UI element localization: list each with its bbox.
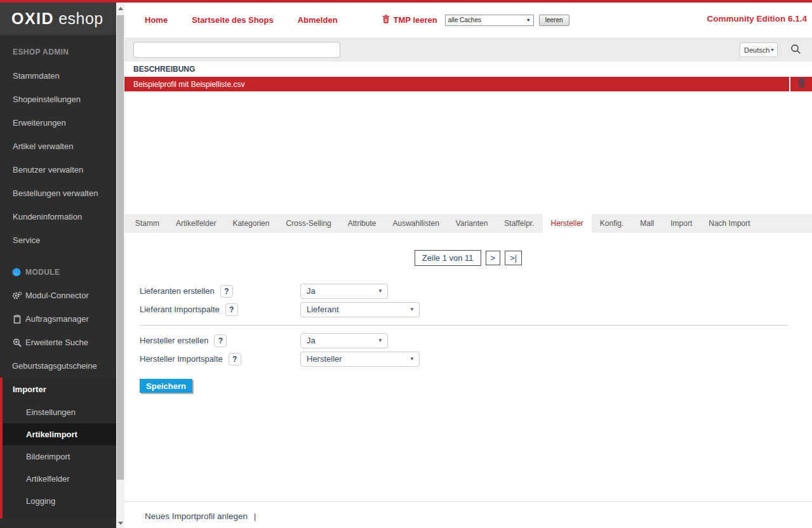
- vertical-scrollbar[interactable]: [116, 3, 124, 528]
- save-button[interactable]: Speichern: [140, 379, 192, 393]
- chevron-down-icon: ▼: [409, 307, 415, 312]
- tab-import[interactable]: Import: [662, 214, 700, 233]
- help-icon[interactable]: ?: [229, 353, 241, 366]
- chevron-down-icon: ▼: [526, 18, 531, 22]
- tab-cross-selling[interactable]: Cross-Selling: [277, 214, 339, 233]
- field-label: Lieferant Importspalte: [140, 305, 220, 314]
- next-page-button[interactable]: >: [486, 251, 501, 265]
- search-icon[interactable]: [790, 44, 801, 57]
- cache-select-value: alle Caches: [448, 16, 481, 23]
- sidebar-item-artikel-verwalten[interactable]: Artikel verwalten: [0, 135, 116, 158]
- lieferanten-erstellen-select[interactable]: Ja ▼: [300, 284, 388, 299]
- sidebar-item-erweiterungen[interactable]: Erweiterungen: [0, 111, 116, 135]
- sidebar-subitem-logging[interactable]: Logging: [3, 490, 116, 512]
- tab-mall[interactable]: Mall: [632, 214, 662, 233]
- form-divider: [140, 325, 788, 326]
- clipboard-icon: [12, 315, 22, 324]
- sidebar-nav: Stammdaten Shopeinstellungen Erweiterung…: [0, 64, 116, 252]
- new-import-profile-link[interactable]: Neues Importprofil anlegen: [145, 512, 248, 521]
- search-plus-icon: [12, 338, 22, 347]
- pagination: Zeile 1 von 11 > >|: [124, 233, 812, 266]
- logout-link[interactable]: Abmelden: [298, 15, 338, 25]
- language-select[interactable]: Deutsch ▼: [740, 43, 778, 57]
- hersteller-form: Lieferanten erstellen ? Ja ▼ Lieferant I…: [124, 282, 812, 393]
- sidebar-item-service[interactable]: Service: [0, 228, 116, 252]
- module-item-label: Erweiterte Suche: [25, 338, 88, 347]
- trash-icon: [382, 15, 390, 25]
- tab-konfig[interactable]: Konfig.: [592, 214, 632, 233]
- form-row-lieferant-importspalte: Lieferant Importspalte ? Lieferant ▼: [124, 300, 812, 319]
- form-row-hersteller-erstellen: Hersteller erstellen ? Ja ▼: [124, 331, 812, 350]
- form-row-hersteller-importspalte: Hersteller Importspalte ? Hersteller ▼: [124, 350, 812, 368]
- search-input[interactable]: [133, 42, 340, 58]
- tab-kategorien[interactable]: Kategorien: [224, 214, 277, 233]
- pagination-status: Zeile 1 von 11: [415, 250, 481, 266]
- sidebar-item-importer[interactable]: Importer: [3, 378, 116, 401]
- sidebar-item-shopeinstellungen[interactable]: Shopeinstellungen: [0, 88, 116, 111]
- sidebar-subitem-bilderimport[interactable]: Bilderimport: [3, 446, 116, 468]
- field-label: Hersteller Importspalte: [140, 354, 223, 364]
- tab-bar: Stamm Artikelfelder Kategorien Cross-Sel…: [124, 214, 812, 233]
- tab-staffelpr[interactable]: Staffelpr.: [496, 214, 542, 233]
- shop-start-link[interactable]: Startseite des Shops: [192, 15, 274, 25]
- module-item-label: Geburtstagsgutscheine: [12, 361, 97, 371]
- sidebar-subitem-artikelfelder[interactable]: Artikelfelder: [3, 468, 116, 490]
- table-row-selected: Beispielprofil mit Beispielliste.csv: [124, 77, 812, 91]
- tab-auswahllisten[interactable]: Auswahllisten: [384, 214, 447, 233]
- last-page-button[interactable]: >|: [505, 251, 522, 265]
- chevron-down-icon: ▼: [378, 338, 383, 343]
- top-navigation: Home Startseite des Shops Abmelden TMP l…: [124, 3, 812, 37]
- hersteller-erstellen-select[interactable]: Ja ▼: [300, 333, 388, 348]
- search-bar: Deutsch ▼: [124, 37, 812, 62]
- sidebar-item-erweiterte-suche[interactable]: Erweiterte Suche: [0, 331, 116, 354]
- tab-hersteller[interactable]: Hersteller: [543, 214, 592, 233]
- help-icon[interactable]: ?: [220, 285, 233, 298]
- tab-nach-import[interactable]: Nach Import: [700, 214, 758, 233]
- tab-artikelfelder[interactable]: Artikelfelder: [168, 214, 224, 233]
- hersteller-importspalte-select[interactable]: Hersteller ▼: [300, 352, 420, 367]
- sidebar-item-geburtstagsgutscheine[interactable]: Geburtstagsgutscheine: [0, 354, 116, 378]
- sidebar-item-auftragsmanager[interactable]: Auftragsmanager: [0, 307, 116, 331]
- sidebar-item-kundeninformation[interactable]: Kundeninformation: [0, 205, 116, 228]
- select-value: Lieferant: [307, 305, 339, 314]
- footer-separator: |: [254, 512, 256, 521]
- tmp-clear-label: TMP leeren: [394, 15, 437, 25]
- language-select-value: Deutsch: [744, 46, 769, 54]
- tmp-clear-group[interactable]: TMP leeren: [382, 15, 437, 25]
- scrollbar-thumb[interactable]: [117, 15, 124, 480]
- select-value: Ja: [307, 286, 316, 296]
- sidebar-item-bestellungen-verwalten[interactable]: Bestellungen verwalten: [0, 182, 116, 205]
- tab-varianten[interactable]: Varianten: [448, 214, 496, 233]
- footer: Neues Importprofil anlegen |: [124, 501, 812, 528]
- sidebar-item-stammdaten[interactable]: Stammdaten: [0, 64, 116, 88]
- scroll-down-arrow[interactable]: [118, 522, 123, 525]
- sidebar-subitem-einstellungen[interactable]: Einstellungen: [3, 401, 116, 423]
- sidebar-subitem-artikelimport[interactable]: Artikelimport: [3, 423, 116, 446]
- delete-profile-cell[interactable]: [790, 77, 812, 91]
- help-icon[interactable]: ?: [225, 303, 238, 316]
- select-value: Ja: [307, 336, 316, 345]
- list-column-header: BESCHREIBUNG: [124, 62, 812, 77]
- main-area: Home Startseite des Shops Abmelden TMP l…: [124, 3, 812, 528]
- top-accent-bar: [0, 0, 812, 3]
- import-profile-row[interactable]: Beispielprofil mit Beispielliste.csv: [124, 77, 789, 91]
- home-link[interactable]: Home: [145, 15, 168, 25]
- clear-cache-button[interactable]: leeren: [539, 15, 569, 26]
- field-label: Hersteller erstellen: [140, 336, 208, 345]
- chevron-down-icon: ▼: [378, 288, 383, 294]
- importer-section: Importer Einstellungen Artikelimport Bil…: [0, 378, 116, 518]
- trash-icon: [797, 78, 806, 90]
- tab-stamm[interactable]: Stamm: [127, 214, 168, 233]
- module-item-label: Modul-Connector: [25, 291, 89, 300]
- tab-attribute[interactable]: Attribute: [340, 214, 385, 233]
- scroll-up-arrow[interactable]: [118, 7, 123, 10]
- chevron-down-icon: ▼: [770, 48, 775, 52]
- lieferant-importspalte-select[interactable]: Lieferant ▼: [300, 302, 420, 317]
- sidebar-item-modul-connector[interactable]: Modul-Connector: [0, 284, 116, 307]
- sidebar-item-benutzer-verwalten[interactable]: Benutzer verwalten: [0, 158, 116, 182]
- gears-icon: [12, 291, 22, 300]
- module-section-label: MODULE: [25, 268, 60, 277]
- cache-select[interactable]: alle Caches ▼: [445, 15, 534, 26]
- module-section-header: MODULE: [0, 260, 116, 284]
- help-icon[interactable]: ?: [214, 334, 227, 347]
